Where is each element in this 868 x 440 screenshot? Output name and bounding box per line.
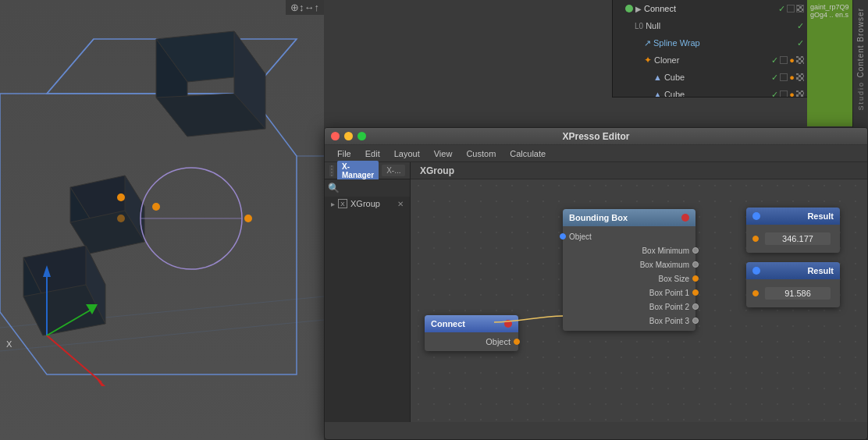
menu-view[interactable]: View [428,147,459,160]
cube1-icon: ▲ [653,73,662,82]
svg-point-23 [244,215,252,222]
bounding-box-close-dot[interactable] [681,214,689,222]
scene-label-null: Null [646,21,660,30]
connect-close-dot[interactable] [504,320,512,328]
node-bounding-box[interactable]: Bounding Box Object Box Minimum [563,209,695,331]
scene-hierarchy-panel: ▶ Connect ✓ L0 Null ✓ ↗ Spline Wrap ✓ ✦ … [612,0,807,98]
node-connect[interactable]: Connect Object [425,315,518,351]
menu-file[interactable]: File [331,147,358,160]
port-box-point-1-output [692,289,699,296]
search-icon: 🔍 [328,183,340,193]
xpresso-editor-window: XPresso Editor File Edit Layout View Cus… [324,127,868,440]
cube2-icon: ▲ [653,90,662,98]
menu-custom[interactable]: Custom [460,147,502,160]
scene-row-connect[interactable]: ▶ Connect ✓ [613,0,807,17]
port-object-label: Object [569,232,592,241]
node-result-2[interactable]: Result 91.586 [746,262,840,307]
node-editor-area[interactable]: XGroup Bounding Box [411,162,867,422]
connect-object-port [514,339,520,345]
port-box-size-output [692,275,699,282]
port-box-minimum: Box Minimum [563,243,695,257]
scene-row-null[interactable]: L0 Null ✓ [613,17,807,34]
xgroup-label: XGroup [350,199,380,208]
port-box-minimum-output [692,247,699,254]
connect-body: Object [425,332,518,351]
cube1-dot-icon: ● [789,73,795,82]
menu-calculate[interactable]: Calculate [503,147,552,160]
node-result-1[interactable]: Result 346.177 [746,208,840,253]
port-box-point-3-output [692,318,699,324]
port-box-point-3: Box Point 3 [563,314,695,328]
spline-icon: ↗ [644,38,651,48]
node-editor-title: XGroup [420,165,454,176]
port-box-point-2: Box Point 2 [563,300,695,314]
svg-text:X: X [6,339,12,349]
result1-value: 346.177 [765,232,831,245]
scene-label-cube2: Cube [664,90,685,98]
xgroup-node-icon: X [338,199,347,208]
svg-line-27 [47,335,101,382]
result2-input-port [752,290,759,296]
viewport-nav-icons: ⊕↕↔↑ [290,2,319,13]
maximize-button[interactable] [358,132,366,140]
connect-header: Connect [425,315,518,332]
svg-point-21 [152,203,160,211]
window-menubar: File Edit Layout View Custom Calculate [325,145,867,162]
port-box-maximum-output [692,261,699,268]
port-object-input [560,233,566,240]
svg-marker-28 [94,374,105,386]
result1-input-dot [752,212,760,220]
null-prefix-icon: L0 [635,22,643,30]
close-button[interactable] [331,132,340,140]
scene-row-spline-wrap[interactable]: ↗ Spline Wrap ✓ [613,34,807,51]
minimize-button[interactable] [344,132,353,140]
port-box-point-1-label: Box Point 1 [567,289,689,297]
tab-x-other[interactable]: X-... [382,165,405,176]
connect-port-label: Object [486,337,510,346]
port-object: Object [563,229,695,243]
svg-point-24 [117,215,125,222]
scene-label-spline: Spline Wrap [653,38,700,48]
green-area-text: gaint_rp7Q9 gOg4 .. en.s [807,0,854,22]
result1-header: Result [746,208,840,225]
xpresso-body: X-Manager X-... 🔍 ▸ X XGroup ✕ XGroup [325,162,867,422]
green-text-2: gOg4 .. en.s [810,11,851,19]
tab-x-manager[interactable]: X-Manager [337,161,379,181]
xgroup-list-item[interactable]: ▸ X XGroup ✕ [325,197,410,211]
x-manager-toolbar: 🔍 [325,179,410,197]
bounding-box-header: Bounding Box [563,209,695,226]
result2-title: Result [807,266,834,275]
result2-header: Result [746,262,840,279]
studio-label: Studio [857,81,865,111]
connect-title: Connect [431,319,465,328]
xgroup-close-icon[interactable]: ✕ [397,200,404,208]
content-browser-label: Content Browser [856,8,865,77]
menu-edit[interactable]: Edit [359,147,386,160]
bounding-box-body: Object Box Minimum Box Maximum Box Size [563,226,695,331]
window-title: XPresso Editor [562,131,629,142]
x-manager-header: X-Manager X-... [325,162,410,179]
port-box-size-label: Box Size [567,275,689,283]
viewport-toolbar[interactable]: ⊕↕↔↑ [286,0,324,15]
scene-row-cloner[interactable]: ✦ Cloner ✓ ● [613,51,807,69]
xgroup-collapse-icon: ▸ [331,200,335,208]
menu-layout[interactable]: Layout [388,147,426,160]
scene-row-cube-1[interactable]: ▲ Cube ✓ ● [613,69,807,86]
x-manager-panel: X-Manager X-... 🔍 ▸ X XGroup ✕ [325,162,411,422]
cube2-dot-icon: ● [789,90,795,98]
viewport-3d[interactable]: X ⊕↕↔↑ [0,0,324,440]
result2-input-dot [752,267,760,275]
panel-drag-handle[interactable] [329,165,334,176]
cloner-icon: ✦ [644,55,652,66]
svg-point-22 [117,193,125,201]
window-titlebar[interactable]: XPresso Editor [325,128,867,145]
port-box-maximum: Box Maximum [563,257,695,271]
scene-row-cube-2[interactable]: ▲ Cube ✓ ● [613,86,807,98]
bounding-box-title: Bounding Box [569,213,628,222]
result2-value: 91.586 [765,287,831,300]
scene-label-cloner: Cloner [654,55,679,65]
port-box-minimum-label: Box Minimum [567,247,689,255]
green-content-area: gaint_rp7Q9 gOg4 .. en.s [807,0,854,126]
port-box-maximum-label: Box Maximum [567,261,689,269]
result2-body: 91.586 [746,279,840,307]
